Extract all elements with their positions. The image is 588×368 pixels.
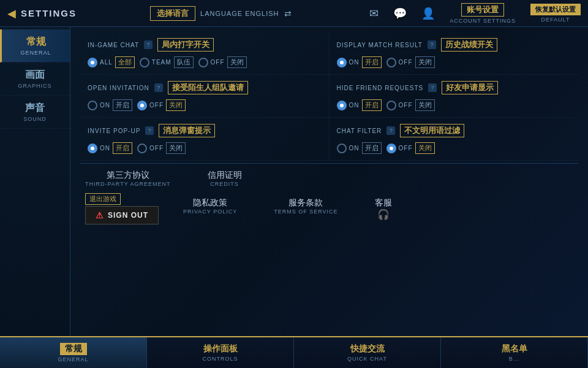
chat-off-zh: 关闭 [227, 56, 247, 68]
match-option-off[interactable]: OFF 关闭 [386, 56, 435, 68]
settings-row-1: IN-GAME CHAT ? 局内打字开关 ALL 全部 TEAM [80, 32, 578, 75]
in-game-chat-label-zh: 局内打字开关 [157, 38, 214, 52]
in-game-chat-info-icon[interactable]: ? [144, 40, 153, 49]
filter-option-off[interactable]: OFF 关闭 [386, 142, 435, 154]
signout-privacy-row: 退出游戏 ⚠ SIGN OUT 隐私政策 PRIVACY POLICY 服务条款 [85, 193, 573, 224]
invite-popup-info-icon[interactable]: ? [145, 126, 154, 135]
nav-item-blocklist[interactable]: 黑名单 B... [441, 337, 588, 368]
in-game-chat-setting: IN-GAME CHAT ? 局内打字开关 ALL 全部 TEAM [80, 32, 330, 75]
privacy-policy-link[interactable]: 隐私政策 PRIVACY POLICY [183, 197, 237, 220]
nav-item-general[interactable]: 常规 GENERAL [0, 337, 147, 368]
account-settings-button-zh[interactable]: 账号设置 [461, 3, 504, 17]
sidebar-item-general[interactable]: 常规 GENERAL [0, 29, 70, 63]
popup-option-on[interactable]: ON 开启 [88, 142, 132, 154]
display-match-info-icon[interactable]: ? [428, 40, 436, 49]
chat-radio-off[interactable] [198, 58, 208, 67]
back-button[interactable]: ◀ [7, 7, 16, 20]
terms-link[interactable]: 服务条款 TERMS OF SERVICE [274, 197, 337, 220]
nav-controls-zh: 操作面板 [203, 343, 238, 355]
chat-option-all[interactable]: ALL 全部 [88, 56, 135, 68]
header-left: ◀ SETTINGS [7, 7, 77, 20]
third-party-zh: 第三方协议 [107, 170, 149, 181]
display-match-label-zh: 历史战绩开关 [441, 38, 497, 52]
account-settings-label-en: ACCOUNT SETTINGS [450, 18, 516, 24]
friend-option-on[interactable]: ON 开启 [337, 99, 382, 111]
chat-icon[interactable]: 💬 [393, 7, 407, 20]
open-invitation-label-en: OPEN INVITATION [88, 85, 149, 91]
restore-defaults-label-en: DEFAULT [541, 17, 570, 23]
display-match-options: ON 开启 OFF 关闭 [337, 56, 571, 68]
chat-filter-info-icon[interactable]: ? [386, 126, 395, 135]
popup-off-zh: 关闭 [166, 142, 186, 154]
support-link[interactable]: 客服 🎧 [375, 197, 392, 220]
chat-all-zh: 全部 [115, 56, 135, 68]
third-party-link[interactable]: 第三方协议 THIRD-PARTY AGREEMENT [85, 170, 171, 187]
chat-filter-label-zh: 不文明用语过滤 [400, 124, 464, 137]
popup-radio-on[interactable] [88, 144, 97, 153]
restore-defaults-button-zh[interactable]: 恢复默认设置 [530, 4, 581, 15]
terms-zh: 服务条款 [288, 197, 323, 209]
popup-option-off[interactable]: OFF 关闭 [137, 142, 186, 154]
privacy-terms-group: 隐私政策 PRIVACY POLICY 服务条款 TERMS OF SERVIC… [183, 197, 392, 220]
bottom-navigation: 常规 GENERAL 操作面板 CONTROLS 快捷交流 QUICK CHAT… [0, 336, 588, 368]
sidebar-graphics-en: GRAPHICS [5, 83, 65, 89]
invite-radio-off[interactable] [137, 101, 147, 110]
friend-option-off[interactable]: OFF 关闭 [386, 99, 435, 111]
language-button-zh[interactable]: 选择语言 [150, 6, 195, 21]
chat-filter-setting: CHAT FILTER ? 不文明用语过滤 ON 开启 OFF [330, 118, 579, 161]
sidebar-sound-en: SOUND [5, 116, 65, 122]
match-off-zh: 关闭 [415, 56, 435, 68]
nav-item-quickchat[interactable]: 快捷交流 QUICK CHAT [294, 337, 441, 368]
friend-radio-off[interactable] [386, 101, 396, 110]
nav-blocklist-en: B... [509, 356, 520, 362]
chat-option-team[interactable]: TEAM 队伍 [140, 56, 194, 68]
chat-radio-team[interactable] [140, 58, 149, 67]
sidebar-sound-zh: 声音 [5, 102, 65, 115]
chat-option-off[interactable]: OFF 关闭 [198, 56, 247, 68]
envelope-icon[interactable]: ✉ [369, 7, 379, 20]
open-invitation-label-zh: 接受陌生人组队邀请 [168, 81, 248, 94]
filter-option-on[interactable]: ON 开启 [337, 142, 382, 154]
links-area: 第三方协议 THIRD-PARTY AGREEMENT 信用证明 CREDITS… [80, 163, 578, 231]
chat-radio-all[interactable] [88, 58, 97, 67]
language-section: 选择语言 LANGUAGE ENGLISH ⇄ [150, 6, 291, 21]
hide-friend-info-icon[interactable]: ? [428, 83, 437, 92]
content-area: 常规 GENERAL 画面 GRAPHICS 声音 SOUND IN-GAME … [0, 27, 588, 336]
header: ◀ SETTINGS 选择语言 LANGUAGE ENGLISH ⇄ ✉ 💬 👤… [0, 0, 588, 27]
language-toggle-icon[interactable]: ⇄ [284, 9, 292, 18]
match-option-on[interactable]: ON 开启 [337, 56, 382, 68]
page-title: SETTINGS [21, 8, 77, 18]
credits-link[interactable]: 信用证明 CREDITS [208, 170, 242, 187]
filter-off-zh: 关闭 [415, 142, 435, 154]
open-invitation-info-icon[interactable]: ? [154, 83, 163, 92]
filter-radio-off[interactable] [386, 144, 396, 153]
friend-radio-on[interactable] [337, 101, 347, 110]
invite-popup-setting: INVITE POP-UP ? 消息弹窗提示 ON 开启 OFF [80, 118, 330, 161]
nav-general-zh: 常规 [60, 343, 87, 355]
signout-button[interactable]: ⚠ SIGN OUT [85, 206, 159, 224]
privacy-zh: 隐私政策 [193, 197, 227, 209]
invite-radio-on[interactable] [88, 101, 97, 110]
sidebar-item-graphics[interactable]: 画面 GRAPHICS [0, 63, 70, 96]
popup-radio-off[interactable] [137, 144, 147, 153]
signout-zh-label: 退出游戏 [85, 193, 121, 205]
friend-off-zh: 关闭 [415, 99, 435, 111]
profile-icon[interactable]: 👤 [421, 7, 435, 20]
invite-option-off[interactable]: OFF 关闭 [137, 99, 186, 111]
open-invitation-setting: OPEN INVITATION ? 接受陌生人组队邀请 ON 开启 OFF [80, 75, 330, 118]
headset-icon: 🎧 [377, 209, 390, 220]
filter-on-zh: 开启 [362, 142, 382, 154]
sidebar: 常规 GENERAL 画面 GRAPHICS 声音 SOUND [0, 27, 70, 336]
sidebar-item-sound[interactable]: 声音 SOUND [0, 96, 70, 129]
credits-en: CREDITS [210, 181, 239, 187]
match-radio-on[interactable] [337, 58, 347, 67]
invite-option-on[interactable]: ON 开启 [88, 99, 132, 111]
match-radio-off[interactable] [386, 58, 396, 67]
sidebar-graphics-zh: 画面 [5, 69, 65, 82]
match-on-zh: 开启 [362, 56, 382, 68]
filter-radio-on[interactable] [337, 144, 347, 153]
nav-item-controls[interactable]: 操作面板 CONTROLS [147, 337, 294, 368]
warning-icon: ⚠ [96, 210, 104, 220]
in-game-chat-label-en: IN-GAME CHAT [88, 42, 139, 48]
invite-on-zh: 开启 [113, 99, 132, 111]
